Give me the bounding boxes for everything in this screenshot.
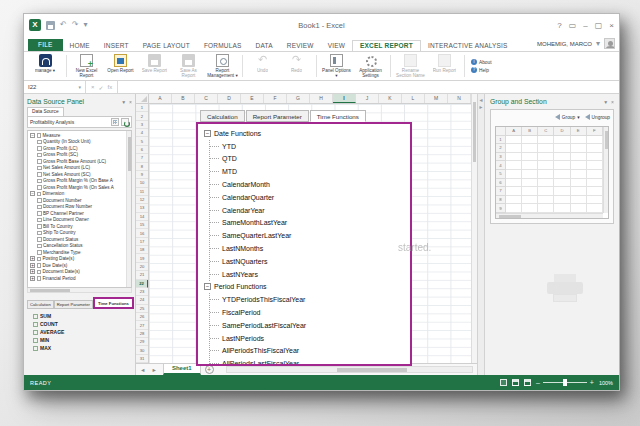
column-header-n[interactable]: N xyxy=(448,94,471,103)
row-header-25[interactable]: 25 xyxy=(136,305,148,313)
tree-item-samemonthlastyear[interactable]: SameMonthLastYear xyxy=(210,217,406,230)
checkbox[interactable] xyxy=(37,166,42,171)
row-header-21[interactable]: 21 xyxy=(136,271,148,279)
expand-icon[interactable]: + xyxy=(30,256,35,261)
mini-grid-cell[interactable] xyxy=(554,204,570,213)
collapse-icon[interactable]: − xyxy=(204,130,211,137)
overlay-tab-report-parameter[interactable]: Report Parameter xyxy=(246,110,309,122)
sheet-nav-left-icon[interactable]: ◄ xyxy=(140,367,147,373)
row-header-4[interactable]: 4 xyxy=(136,129,148,137)
avatar[interactable] xyxy=(604,38,615,49)
column-header-l[interactable]: L xyxy=(402,94,425,103)
group-button[interactable]: Group ▾ xyxy=(555,114,580,120)
tree-node-financial-period[interactable]: +Financial Period xyxy=(30,275,125,282)
collapse-icon[interactable]: − xyxy=(30,133,35,138)
tree-item-allperiodslastfiscalyear[interactable]: AllPeriodsLastFiscalYear xyxy=(210,357,406,366)
new-excel-report-button[interactable]: New Excel Report xyxy=(71,53,102,79)
checkbox[interactable] xyxy=(37,185,42,190)
table-icon[interactable] xyxy=(111,118,119,126)
mini-grid-cell[interactable] xyxy=(506,170,522,179)
checkbox[interactable] xyxy=(37,218,42,223)
panel-close-icon[interactable]: × xyxy=(611,99,614,105)
row-header-14[interactable]: 14 xyxy=(136,213,148,221)
tree-item-lastnyears[interactable]: LastNYears xyxy=(210,268,406,281)
mini-grid-cell[interactable] xyxy=(522,136,538,145)
minimize-button[interactable]: – xyxy=(583,21,587,30)
row-header-23[interactable]: 23 xyxy=(136,288,148,296)
mini-grid-cell[interactable] xyxy=(506,153,522,162)
mini-grid-cell[interactable] xyxy=(571,196,587,205)
expand-icon[interactable]: + xyxy=(30,269,35,274)
collapse-icon[interactable]: − xyxy=(30,191,35,196)
mini-grid-cell[interactable] xyxy=(554,136,570,145)
data-source-select[interactable]: Profitability Analysis xyxy=(27,116,132,128)
mini-grid-cell[interactable] xyxy=(506,187,522,196)
row-header-12[interactable]: 12 xyxy=(136,196,148,204)
mini-grid-cell[interactable] xyxy=(571,161,587,170)
column-header-b[interactable]: B xyxy=(172,94,195,103)
panel-options-button[interactable]: Panel Options ▾ xyxy=(321,53,352,79)
mini-grid-cell[interactable] xyxy=(587,153,603,162)
redo-icon[interactable]: ↷ xyxy=(72,21,79,29)
ribbon-tab-excel-report[interactable]: EXCEL REPORT xyxy=(352,40,421,52)
row-header-29[interactable]: 29 xyxy=(136,338,148,346)
page-layout-view-icon[interactable] xyxy=(512,379,519,386)
column-header-h[interactable]: H xyxy=(310,94,333,103)
tree-item-ytd[interactable]: YTD xyxy=(210,140,406,153)
tree-group-period-functions[interactable]: −Period Functions xyxy=(204,281,406,294)
row-header-10[interactable]: 10 xyxy=(136,179,148,187)
column-header-c[interactable]: C xyxy=(195,94,218,103)
mini-grid-cell[interactable] xyxy=(587,170,603,179)
mini-grid-cell[interactable] xyxy=(538,179,554,188)
mini-grid-cell[interactable] xyxy=(554,161,570,170)
column-header-d[interactable]: D xyxy=(218,94,241,103)
undo-icon[interactable]: ↶ xyxy=(60,21,67,29)
row-header-1[interactable]: 1 xyxy=(136,104,148,112)
tree-item-qtd[interactable]: QTD xyxy=(210,153,406,166)
column-header-m[interactable]: M xyxy=(425,94,448,103)
zoom-slider[interactable]: – + xyxy=(536,379,594,386)
mini-grid-cell[interactable] xyxy=(571,187,587,196)
row-header-30[interactable]: 30 xyxy=(136,346,148,354)
mini-grid-cell[interactable] xyxy=(554,153,570,162)
tree-item-fiscalperiod[interactable]: FiscalPeriod xyxy=(210,306,406,319)
mini-grid-cell[interactable] xyxy=(538,196,554,205)
ribbon-tab-file[interactable]: FILE xyxy=(28,39,63,52)
ribbon-tab-interactive-analysis[interactable]: INTERACTIVE ANALYSIS xyxy=(421,41,515,52)
tree-item-allperiodsthisfiscalyear[interactable]: AllPeriodsThisFiscalYear xyxy=(210,345,406,358)
row-header-19[interactable]: 19 xyxy=(136,254,148,262)
mini-grid-cell[interactable] xyxy=(506,144,522,153)
column-header-e[interactable]: E xyxy=(241,94,264,103)
account-area[interactable]: MOHEMIG, MARCO ▾ xyxy=(537,38,615,51)
mini-grid-cell[interactable] xyxy=(506,204,522,213)
mini-grid-cell[interactable] xyxy=(554,179,570,188)
checkbox[interactable] xyxy=(37,224,42,229)
mini-grid-cell[interactable] xyxy=(522,170,538,179)
tree-item-sameperiodlastfiscalyear[interactable]: SamePeriodLastFiscalYear xyxy=(210,319,406,332)
panel-splitter[interactable]: ◄ ► xyxy=(477,94,485,375)
tree-item-samequarterlastyear[interactable]: SameQuarterLastYear xyxy=(210,229,406,242)
panel-tab-report-parameter[interactable]: Report Parameter xyxy=(54,300,93,309)
mini-grid-cell[interactable] xyxy=(571,136,587,145)
mini-grid-cell[interactable] xyxy=(554,170,570,179)
tree-item-lastnperiods[interactable]: LastNPeriods xyxy=(210,332,406,345)
checkbox[interactable] xyxy=(37,231,42,236)
checkbox[interactable] xyxy=(37,172,42,177)
mini-grid-cell[interactable] xyxy=(571,179,587,188)
panel-caret-icon[interactable]: ▼ xyxy=(603,99,608,105)
restore-button[interactable]: ▢ xyxy=(595,21,603,30)
mini-grid-cell[interactable] xyxy=(571,170,587,179)
row-header-16[interactable]: 16 xyxy=(136,229,148,237)
application-settings-button[interactable]: Application Settings xyxy=(355,53,386,79)
row-header-5[interactable]: 5 xyxy=(136,137,148,145)
select-all-corner[interactable] xyxy=(136,94,149,104)
mini-grid-cell[interactable] xyxy=(538,170,554,179)
function-item-average[interactable]: AVERAGE xyxy=(27,328,132,336)
column-header-i[interactable]: I xyxy=(333,94,356,103)
formula-button--[interactable]: × xyxy=(91,84,95,90)
ribbon-tab-insert[interactable]: INSERT xyxy=(97,41,136,52)
ribbon-tab-view[interactable]: VIEW xyxy=(321,41,352,52)
checkbox[interactable] xyxy=(37,244,42,249)
refresh-icon[interactable] xyxy=(121,118,129,126)
row-header-31[interactable]: 31 xyxy=(136,355,148,363)
